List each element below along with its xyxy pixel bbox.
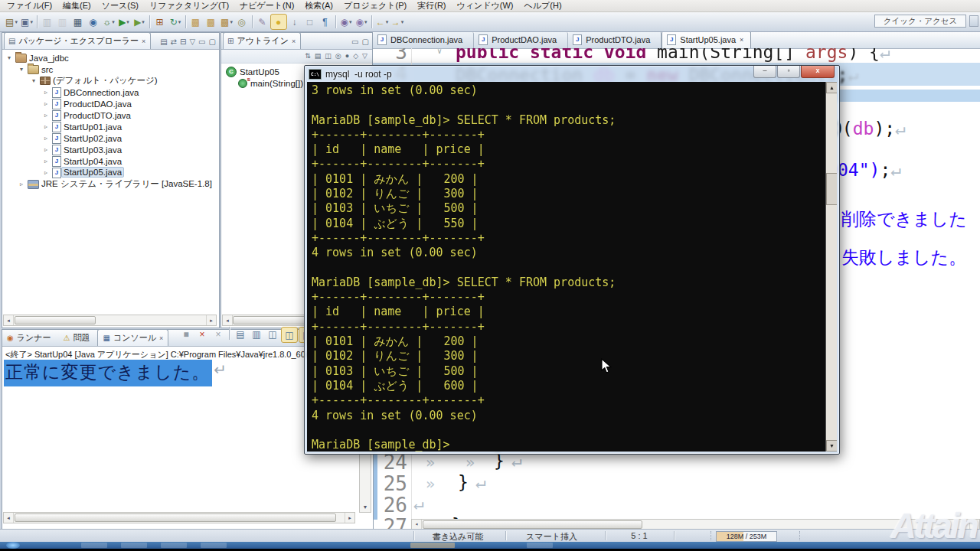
close-icon[interactable]: × [159, 334, 163, 342]
back-icon[interactable]: ←▾ [374, 15, 390, 29]
new-type-icon[interactable]: ◉▾ [338, 15, 354, 29]
tab-runner[interactable]: ◉ ランナー [2, 330, 59, 346]
menu-item[interactable]: リファクタリング(T) [144, 0, 234, 12]
minimize-button[interactable]: – [753, 66, 776, 78]
separator[interactable] [371, 15, 372, 28]
new-element-icon[interactable]: ▣▾ [19, 15, 34, 29]
scroll-down-icon[interactable]: ▼ [360, 503, 371, 512]
view-menu-icon[interactable]: ▽ [362, 53, 368, 60]
scroll-left-icon[interactable]: ◂ [223, 315, 233, 325]
tree-item[interactable]: ▹ DBConnection.java [2, 86, 219, 98]
menu-item[interactable]: 実行(R) [412, 0, 451, 12]
open-type-icon[interactable]: ▩ [188, 15, 204, 29]
terminal-window[interactable]: C:\ mysql -u root -p – ▫ x 3 rows in set… [304, 65, 840, 455]
refresh-icon[interactable]: ↻▾ [168, 15, 183, 29]
tab-problems[interactable]: ⚠ 問題 [59, 330, 98, 346]
editor-tab[interactable]: ProductDAO.java [474, 32, 568, 48]
expander-icon[interactable]: ▹ [42, 123, 50, 130]
expander-icon[interactable]: ▹ [42, 89, 50, 96]
expander-icon[interactable]: ▹ [42, 135, 50, 142]
quick-access-box[interactable]: クイック・アクセス [874, 15, 966, 28]
scrollbar-thumb[interactable] [233, 316, 307, 324]
open-console-icon[interactable]: ▦ [70, 15, 86, 29]
debug-icon[interactable]: ☼▾ [101, 15, 116, 29]
hide-fields-icon[interactable]: ▤ [315, 53, 322, 60]
tree-item[interactable]: ▹ ProductDTO.java [2, 109, 219, 121]
separator[interactable] [335, 15, 336, 28]
terminate-icon[interactable]: ■ [178, 327, 194, 341]
close-icon[interactable]: × [292, 37, 296, 45]
expander-icon[interactable]: ▾ [18, 66, 25, 73]
windows-taskbar[interactable] [0, 542, 980, 549]
tree-item[interactable]: ▹ StartUp05.java [2, 167, 219, 178]
close-icon[interactable]: × [740, 36, 743, 44]
tab-console[interactable]: ▦ コンソール × [97, 329, 168, 346]
editor-tab[interactable]: StartUp05.java × [662, 32, 751, 48]
scroll-right-icon[interactable]: ▸ [206, 315, 216, 325]
separator[interactable] [252, 15, 253, 28]
expander-icon[interactable]: ▹ [42, 146, 50, 153]
update-icon[interactable]: ◉ [86, 15, 101, 29]
scrollbar-thumb[interactable] [423, 520, 642, 529]
last-edit-icon[interactable]: ● [270, 14, 287, 30]
expander-icon[interactable]: ▹ [18, 181, 25, 187]
tree-item[interactable]: ▹ ProductDAO.java [2, 98, 219, 109]
close-button[interactable]: x [801, 66, 835, 78]
minimize-icon[interactable]: ▭ [351, 38, 358, 46]
show-whitespace-icon[interactable]: ¶ [318, 15, 333, 29]
taskbar-button[interactable] [121, 543, 147, 548]
open-resource-icon[interactable]: ▩ [204, 15, 219, 29]
show-stdout-icon[interactable]: ◫ [281, 327, 298, 343]
run-external-icon[interactable]: ▶▾ [132, 15, 147, 29]
menu-item[interactable]: ナビゲート(N) [234, 0, 299, 12]
scroll-lock-icon[interactable]: ▥ [249, 327, 264, 341]
tree-item[interactable]: ▹ StartUp02.java [2, 132, 219, 144]
scroll-left-icon[interactable]: ◂ [412, 520, 422, 529]
scroll-left-icon[interactable]: ◂ [4, 315, 14, 325]
forward-icon[interactable]: →▾ [390, 15, 405, 29]
scroll-left-icon[interactable]: ◂ [4, 513, 14, 523]
link-with-editor-icon[interactable]: ◇ [353, 53, 358, 60]
tree-item[interactable]: ▾ src [2, 64, 219, 75]
tree-item[interactable]: ▾ (デフォルト・パッケージ) [2, 75, 219, 86]
taskbar-button[interactable] [161, 543, 187, 548]
editor-tab[interactable]: DBConnection.java [373, 32, 474, 48]
search-icon[interactable]: ◎ [234, 15, 250, 29]
taskbar-button-active[interactable] [410, 543, 455, 548]
new-java-project-icon[interactable]: ⊞ [152, 15, 168, 29]
terminal-vscrollbar[interactable]: ▲ ▼ [825, 82, 837, 452]
prev-annotation-icon[interactable]: □ [302, 15, 318, 29]
tree-item[interactable]: ▹ JRE システム・ライブラリー [JavaSE-1.8] [2, 178, 219, 190]
taskbar-button[interactable] [201, 543, 227, 548]
scroll-down-icon[interactable]: ▼ [826, 440, 837, 452]
separator[interactable] [37, 15, 38, 28]
new-wizard-icon[interactable]: ▤▾ [4, 15, 19, 29]
word-wrap-icon[interactable]: ◫ [265, 327, 280, 341]
hide-local-types-icon[interactable]: ● [345, 53, 349, 60]
menu-item[interactable]: プロジェクト(P) [338, 0, 412, 12]
console-hscrollbar[interactable]: ◂ ▸ [3, 512, 355, 523]
view-menu-icon[interactable]: ▽ [189, 38, 195, 46]
expander-icon[interactable]: ▹ [42, 169, 50, 176]
menu-item[interactable]: ソース(S) [96, 0, 144, 12]
editor-tab[interactable]: ProductDTO.java [568, 32, 662, 48]
clear-console-icon[interactable]: ▤ [233, 327, 248, 341]
close-icon[interactable]: × [142, 37, 145, 45]
maximize-icon[interactable]: ▢ [362, 38, 369, 46]
tab-outline[interactable]: ⊞ アウトライン × [223, 32, 301, 49]
expander-icon[interactable]: ▹ [42, 158, 50, 165]
separator[interactable] [149, 15, 150, 28]
scrollbar-thumb[interactable] [15, 514, 336, 522]
focus-icon[interactable]: ▤ [160, 38, 167, 46]
terminal-titlebar[interactable]: C:\ mysql -u root -p – ▫ x [305, 66, 839, 82]
menu-item[interactable]: ファイル(F) [2, 0, 57, 12]
tab-package-explorer[interactable]: ▤ パッケージ・エクスプローラー × [4, 32, 151, 49]
menu-item[interactable]: ウィンドウ(W) [452, 0, 519, 12]
expander-icon[interactable]: ▾ [5, 54, 13, 61]
scroll-up-icon[interactable]: ▲ [826, 82, 837, 93]
tree-item[interactable]: ▾ Java_jdbc [2, 52, 219, 64]
taskbar-button[interactable] [527, 543, 553, 548]
tree-item[interactable]: ▹ StartUp04.java [2, 155, 219, 167]
fold-marker-icon[interactable]: ∨ [437, 48, 442, 55]
open-task-icon[interactable]: ▩▾ [219, 15, 234, 29]
